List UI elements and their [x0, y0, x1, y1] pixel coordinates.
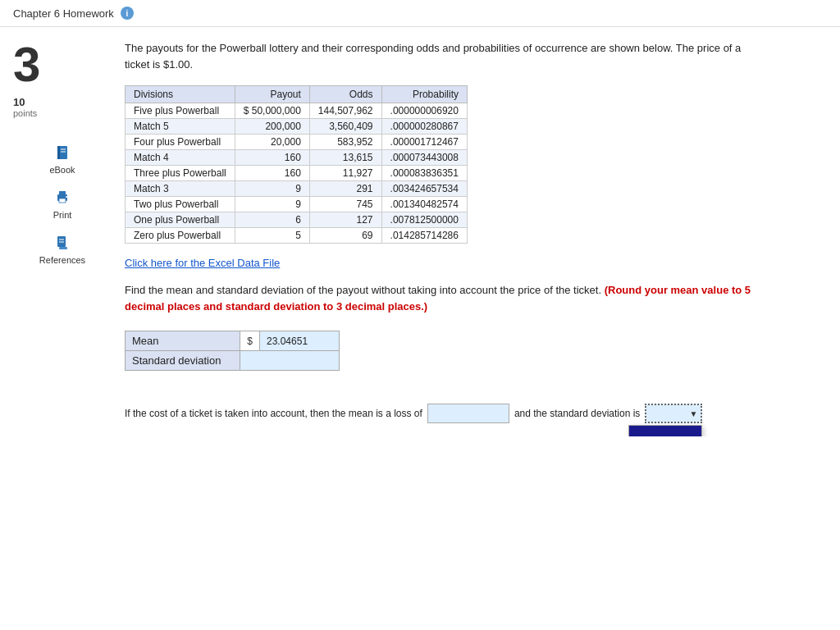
table-cell: 583,952 — [309, 135, 381, 150]
table-cell: 3,560,409 — [309, 119, 381, 135]
bottom-text-2: and the standard deviation is — [514, 408, 640, 419]
std-label: Standard deviation — [126, 351, 240, 371]
table-row: Two plus Powerball9745.001340482574 — [126, 197, 468, 212]
print-icon — [52, 188, 72, 208]
mean-row: Mean $ — [126, 331, 340, 351]
table-cell: 160 — [235, 166, 309, 181]
col-header-divisions: Divisions — [126, 86, 235, 103]
references-icon — [52, 233, 72, 253]
table-row: Match 39291.003424657534 — [126, 181, 468, 197]
col-header-odds: Odds — [309, 86, 381, 103]
mean-label: Mean — [126, 331, 240, 351]
table-cell: 144,507,962 — [309, 103, 381, 119]
std-input[interactable] — [247, 355, 329, 367]
table-cell: .003424657534 — [381, 181, 467, 197]
table-cell: 20,000 — [235, 135, 309, 150]
table-cell: .000001712467 — [381, 135, 467, 150]
mean-input[interactable] — [267, 336, 332, 347]
table-cell: 745 — [309, 197, 381, 212]
table-cell: 9 — [235, 181, 309, 197]
book-icon — [52, 143, 72, 162]
excel-link[interactable]: Click here for the Excel Data File — [125, 257, 827, 269]
table-cell: 160 — [235, 150, 309, 166]
table-cell: Match 4 — [126, 150, 235, 166]
points-label: points — [13, 108, 112, 118]
svg-rect-6 — [59, 199, 66, 203]
table-cell: Two plus Powerball — [126, 197, 235, 212]
table-row: Five plus Powerball$ 50,000,000144,507,9… — [126, 103, 468, 119]
table-cell: .000000006920 — [381, 103, 467, 119]
data-table: Divisions Payout Odds Probability Five p… — [125, 85, 468, 244]
svg-rect-5 — [59, 191, 66, 195]
table-cell: 291 — [309, 181, 381, 197]
col-header-probability: Probability — [381, 86, 467, 103]
table-cell: 9 — [235, 197, 309, 212]
table-cell: 13,615 — [309, 150, 381, 166]
std-value-cell — [240, 351, 340, 371]
points-value: 10 — [13, 96, 112, 108]
std-row: Standard deviation — [126, 351, 340, 371]
table-cell: 11,927 — [309, 166, 381, 181]
info-icon[interactable]: i — [121, 7, 134, 20]
col-header-payout: Payout — [235, 86, 309, 103]
dropdown-menu: changed unchanged — [628, 425, 702, 436]
mean-loss-input[interactable] — [427, 404, 509, 423]
table-cell: 69 — [309, 228, 381, 244]
table-cell: One plus Powerball — [126, 212, 235, 228]
table-cell: $ 50,000,000 — [235, 103, 309, 119]
dropdown-menu-header — [629, 426, 701, 436]
references-label: References — [39, 255, 85, 265]
page-title: Chapter 6 Homework — [13, 7, 114, 20]
table-row: Match 5200,0003,560,409.000000280867 — [126, 119, 468, 135]
table-cell: .000000280867 — [381, 119, 467, 135]
sidebar-tool-references[interactable]: References — [13, 228, 112, 270]
question-text: The payouts for the Powerball lottery an… — [125, 40, 765, 72]
input-table: Mean $ Standard deviation — [125, 331, 340, 371]
table-cell: Zero plus Powerball — [126, 228, 235, 244]
content-area: The payouts for the Powerball lottery an… — [112, 40, 827, 423]
table-cell: 6 — [235, 212, 309, 228]
print-label: Print — [53, 210, 72, 220]
mean-value-cell — [260, 331, 340, 351]
top-bar: Chapter 6 Homework i — [0, 0, 840, 27]
table-cell: Four plus Powerball — [126, 135, 235, 150]
table-cell: .001340482574 — [381, 197, 467, 212]
chevron-down-icon: ▼ — [689, 409, 697, 418]
ebook-label: eBook — [49, 165, 75, 175]
sidebar-tool-ebook[interactable]: eBook — [13, 138, 112, 180]
sidebar: 3 10 points eBook — [13, 40, 112, 423]
table-cell: .000073443008 — [381, 150, 467, 166]
table-cell: Match 5 — [126, 119, 235, 135]
svg-point-7 — [66, 196, 67, 198]
table-cell: Five plus Powerball — [126, 103, 235, 119]
table-row: Match 416013,615.000073443008 — [126, 150, 468, 166]
question-number-display: 3 10 points — [13, 40, 112, 118]
table-cell: 200,000 — [235, 119, 309, 135]
dollar-sign: $ — [240, 331, 260, 351]
table-row: One plus Powerball6127.007812500000 — [126, 212, 468, 228]
bottom-section: If the cost of a ticket is taken into ac… — [125, 404, 822, 423]
table-cell: 5 — [235, 228, 309, 244]
main-layout: 3 10 points eBook — [0, 27, 840, 436]
std-deviation-dropdown[interactable]: ▼ — [645, 404, 702, 423]
table-cell: Match 3 — [126, 181, 235, 197]
table-row: Four plus Powerball20,000583,952.0000017… — [126, 135, 468, 150]
table-cell: .014285714286 — [381, 228, 467, 244]
table-cell: Three plus Powerball — [126, 166, 235, 181]
table-cell: 127 — [309, 212, 381, 228]
sidebar-tools: eBook Print — [13, 138, 112, 270]
table-cell: .000083836351 — [381, 166, 467, 181]
svg-rect-1 — [57, 146, 60, 159]
bottom-text-1: If the cost of a ticket is taken into ac… — [125, 408, 422, 419]
table-row: Zero plus Powerball569.014285714286 — [126, 228, 468, 244]
std-deviation-dropdown-container: ▼ changed unchanged — [645, 404, 702, 423]
table-row: Three plus Powerball16011,927.0000838363… — [126, 166, 468, 181]
sidebar-tool-print[interactable]: Print — [13, 183, 112, 225]
svg-rect-9 — [59, 247, 67, 249]
table-cell: .007812500000 — [381, 212, 467, 228]
instruction-text: Find the mean and standard deviation of … — [125, 282, 765, 314]
